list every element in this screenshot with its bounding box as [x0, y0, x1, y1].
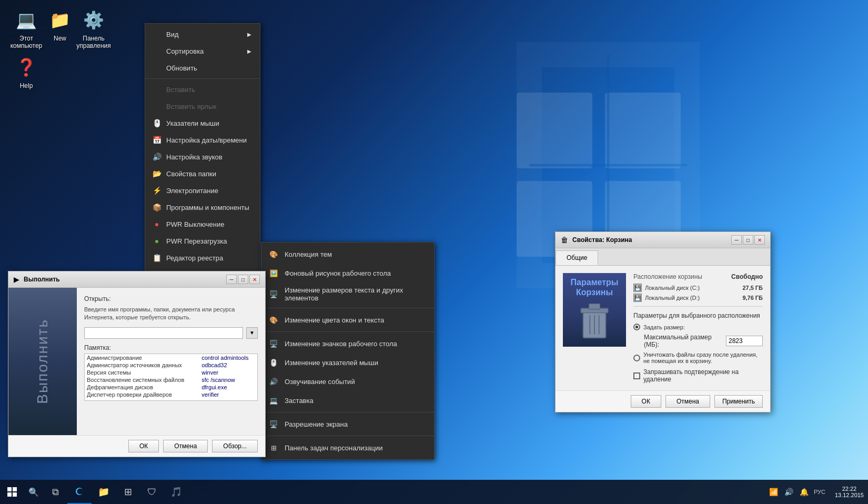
personal-screensaver[interactable]: 💻 Заставка	[261, 391, 434, 410]
ctx-refresh-label: Обновить	[166, 64, 197, 72]
start-button[interactable]	[0, 480, 24, 504]
personal-wallpaper[interactable]: 🖼️ Фоновый рисунок рабочего стола	[261, 264, 434, 283]
run-close-button[interactable]: ✕	[249, 275, 260, 284]
personal-theme-collection[interactable]: 🎨 Коллекция тем	[261, 245, 434, 264]
run-titlebar: ▶ Выполнить ─ □ ✕	[8, 271, 265, 288]
props-ok-button[interactable]: ОК	[631, 395, 661, 408]
ctx-programs-icon: 📦	[152, 202, 162, 213]
run-ok-button[interactable]: ОК	[128, 440, 159, 452]
taskbar-clock[interactable]: 22:22 13.12.2015	[831, 486, 868, 498]
ctx-mouse-icon: 🖱️	[152, 118, 162, 128]
props-body: Параметры Корзины Расположение корзины С…	[556, 266, 770, 390]
clock-time: 22:22	[842, 486, 857, 492]
props-max-size-input[interactable]	[726, 336, 763, 346]
ctx-paste: Вставить	[145, 81, 260, 98]
volume-icon[interactable]: 🔊	[783, 487, 794, 497]
run-maximize-button[interactable]: □	[238, 275, 248, 284]
run-row-val-5: dfrgui.exe	[199, 384, 257, 391]
props-icon-area: Параметры Корзины	[563, 273, 626, 347]
ctx-regedit[interactable]: 📋 Редактор реестра	[145, 249, 260, 266]
props-disk-d-icon: 💾	[633, 294, 642, 302]
ctx-mouse[interactable]: 🖱️ Указатели мыши	[145, 115, 260, 132]
ctx-refresh[interactable]: Обновить	[145, 59, 260, 76]
svg-rect-9	[589, 304, 600, 309]
media-button[interactable]: 🎵	[164, 480, 188, 504]
run-footer: ОК Отмена Обзор...	[8, 435, 265, 457]
props-minimize-button[interactable]: ─	[731, 235, 742, 245]
taskbar-personal-label: Панель задач персонализации	[285, 444, 382, 452]
personal-resolution[interactable]: 🖥️ Разрешение экрана	[261, 415, 434, 434]
props-destroy-radio[interactable]	[633, 355, 640, 361]
ctx-folder-props[interactable]: 📂 Свойства папки	[145, 165, 260, 182]
props-close-button[interactable]: ✕	[754, 235, 765, 245]
props-apply-button[interactable]: Применить	[714, 395, 763, 408]
run-row-val-6: verifier	[199, 391, 257, 398]
ctx-pwr-restart-label: PWR Перезагрузка	[166, 237, 227, 245]
props-titlebar-icon: 🗑	[561, 236, 568, 244]
personal-window-color[interactable]: 🎨 Изменение цвета окон и текста	[261, 310, 434, 329]
edge-button[interactable]	[67, 480, 92, 504]
ctx-datetime[interactable]: 📅 Настройка даты/времени	[145, 132, 260, 148]
desktop-icon-control-panel[interactable]: ⚙️ Панель управления	[73, 5, 115, 52]
run-titlebar-icon: ▶	[14, 275, 19, 284]
run-row-key-2: Администратор источников данных	[85, 361, 199, 369]
mouse-pointers-icon: 🖱️	[268, 357, 279, 368]
personal-taskbar[interactable]: ⊞ Панель задач персонализации	[261, 438, 434, 457]
ctx-datetime-label: Настройка даты/времени	[166, 136, 247, 144]
personal-text-size[interactable]: 🖥️ Изменение размеров текста и других эл…	[261, 283, 434, 306]
desktop-icons-label: Изменение значков рабочего стола	[285, 340, 397, 348]
notification-icon[interactable]: 🔔	[799, 487, 810, 497]
run-input[interactable]	[84, 327, 243, 339]
table-row: Диспетчер проверки драйверовverifier	[85, 391, 257, 398]
wallpaper-label: Фоновый рисунок рабочего стола	[285, 269, 391, 277]
props-confirm-row: Запрашивать подтверждение на удаление	[633, 368, 763, 383]
defender-button[interactable]: 🛡	[140, 480, 164, 504]
run-cancel-button[interactable]: Отмена	[163, 440, 208, 452]
run-dropdown-arrow[interactable]: ▼	[246, 327, 258, 339]
props-set-size-label: Задать размер:	[643, 324, 685, 330]
props-tab-general[interactable]: Общие	[556, 250, 598, 265]
props-cancel-button[interactable]: Отмена	[665, 395, 710, 408]
network-icon[interactable]: 📶	[768, 487, 779, 497]
sound-events-icon: 🔊	[268, 376, 279, 387]
ctx-sort[interactable]: Сортировка ▶	[145, 43, 260, 59]
file-explorer-button[interactable]: 📁	[92, 480, 116, 504]
run-dialog: ▶ Выполнить ─ □ ✕ Выполнить Открыть: Вве…	[8, 271, 266, 457]
props-tabs: Общие	[556, 248, 770, 266]
task-view-button[interactable]: ⧉	[43, 480, 67, 504]
run-description: Введите имя программы, папки, документа …	[84, 306, 258, 322]
props-disk-d-size: 9,76 ГБ	[742, 295, 763, 301]
props-footer: ОК Отмена Применить	[556, 390, 770, 412]
ctx-sounds[interactable]: 🔊 Настройка звуков	[145, 148, 260, 165]
ctx-programs[interactable]: 📦 Программы и компоненты	[145, 199, 260, 216]
ctx-sep-1	[145, 78, 260, 79]
personal-mouse-pointers[interactable]: 🖱️ Изменение указателей мыши	[261, 353, 434, 372]
run-row-val-4: sfc /scannow	[199, 376, 257, 384]
run-row-val-3: winver	[199, 369, 257, 376]
ctx-pwr-restart-icon: ●	[152, 236, 162, 246]
props-confirm-checkbox[interactable]	[633, 372, 640, 379]
screensaver-label: Заставка	[285, 397, 314, 405]
personal-sep-2	[261, 331, 434, 332]
personal-desktop-icons[interactable]: 🖥️ Изменение значков рабочего стола	[261, 334, 434, 353]
run-table-wrap: Администрированиеcontrol admintools Адми…	[84, 354, 258, 401]
ctx-pwr-restart[interactable]: ● PWR Перезагрузка	[145, 233, 260, 249]
props-set-size-radio[interactable]	[633, 324, 640, 330]
props-location-row: Расположение корзины Свободно	[633, 273, 763, 280]
ctx-view-arrow: ▶	[247, 32, 251, 37]
store-button[interactable]: ⊞	[116, 480, 140, 504]
desktop-icon-help[interactable]: ❓ Help	[5, 53, 47, 92]
ctx-view[interactable]: Вид ▶	[145, 26, 260, 43]
props-right-panel: Расположение корзины Свободно 💾 Локальны…	[633, 273, 763, 383]
ctx-folder-props-label: Свойства папки	[166, 170, 216, 178]
search-button[interactable]: 🔍	[24, 480, 43, 504]
props-maximize-button[interactable]: □	[743, 235, 753, 245]
ctx-power[interactable]: ⚡ Электропитание	[145, 182, 260, 199]
run-minimize-button[interactable]: ─	[226, 275, 237, 284]
personal-sound-events[interactable]: 🔊 Озвучивание событий	[261, 372, 434, 391]
props-icon-label: Параметры Корзины	[563, 277, 626, 297]
run-browse-button[interactable]: Обзор...	[212, 440, 258, 452]
props-params-label: Параметры для выбранного расположения	[633, 312, 763, 319]
window-color-label: Изменение цвета окон и текста	[285, 316, 384, 324]
ctx-pwr-off[interactable]: ● PWR Выключение	[145, 216, 260, 233]
